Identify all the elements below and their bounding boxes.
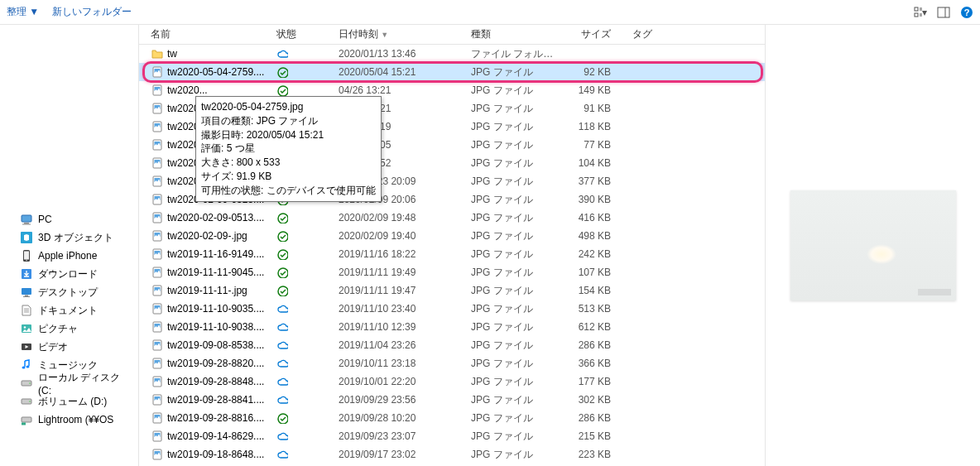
col-tag[interactable]: タグ <box>627 27 765 41</box>
file-size: 366 KB <box>565 358 627 369</box>
file-name: tw2019-09-28-8848.... <box>167 376 264 387</box>
phone-icon <box>20 249 33 262</box>
folder-icon <box>151 47 164 60</box>
table-row[interactable]: tw2019-09-14-8629.... 2019/09/23 23:07 J… <box>139 427 765 445</box>
nav-label: Lightroom (¥¥OS <box>38 414 113 425</box>
nav-item-video[interactable]: ビデオ <box>0 338 138 356</box>
nav-item-picture[interactable]: ピクチャ <box>0 319 138 338</box>
nav-item-netdisk[interactable]: Lightroom (¥¥OS <box>0 411 138 429</box>
table-row[interactable]: tw2019-11-10-9038.... 2019/11/10 12:39 J… <box>139 318 765 336</box>
table-row[interactable]: tw2019-09-08-8538.... 2019/11/04 23:26 J… <box>139 336 765 354</box>
file-type: JPG ファイル <box>466 393 565 407</box>
file-size: 286 KB <box>565 339 627 351</box>
nav-label: Apple iPhone <box>38 250 97 262</box>
file-name: tw2020-02-09-.jpg <box>167 230 247 242</box>
file-name: tw2020 <box>167 157 199 169</box>
preview-thumbnail <box>790 190 956 300</box>
table-row[interactable]: tw2019-11-10-9035.... 2019/11/10 23:40 J… <box>139 300 765 318</box>
status-cloud-icon <box>276 358 288 369</box>
table-row[interactable]: tw2019-09-28-8841.... 2019/09/29 23:56 J… <box>139 391 765 409</box>
preview-pane-icon[interactable] <box>937 6 950 19</box>
jpg-icon <box>151 120 164 133</box>
jpg-icon <box>151 266 164 279</box>
table-row[interactable]: tw 2020/01/13 13:46 ファイル フォルダー <box>139 45 765 63</box>
nav-item-pc[interactable]: PC <box>0 210 138 228</box>
desktop-icon <box>20 286 33 299</box>
jpg-icon <box>151 411 164 425</box>
file-date: 2020/02/09 19:48 <box>334 212 466 223</box>
nav-item-download[interactable]: ダウンロード <box>0 265 138 283</box>
table-row[interactable]: tw2019-09-18-8648.... 2019/09/17 23:02 J… <box>139 445 765 464</box>
file-type: JPG ファイル <box>466 320 565 334</box>
jpg-icon <box>151 193 164 206</box>
nav-tree: PC3D オブジェクトApple iPhoneダウンロードデスクトップドキュメン… <box>0 25 139 466</box>
file-type: JPG ファイル <box>466 411 565 425</box>
jpg-icon <box>151 339 164 352</box>
nav-item-disk[interactable]: ローカル ディスク (C: <box>0 374 138 392</box>
col-name[interactable]: 名前 <box>146 27 271 41</box>
file-name: tw2019-11-10-9038.... <box>167 321 264 333</box>
col-type[interactable]: 種類 <box>466 27 565 41</box>
jpg-icon <box>151 229 164 243</box>
file-date: 2019/11/10 23:40 <box>334 303 466 315</box>
table-row[interactable]: tw2020-02-09-0513.... 2020/02/09 19:48 J… <box>139 209 765 227</box>
table-row[interactable]: tw2019-09-28-8848.... 2019/10/01 22:20 J… <box>139 372 765 391</box>
file-date: 2019/09/28 10:20 <box>334 412 466 424</box>
file-list: 名前 状態 日付時刻 ▼ 種類 サイズ タグ tw 2020/01/13 13:… <box>139 25 765 466</box>
nav-item-phone[interactable]: Apple iPhone <box>0 247 138 265</box>
table-row[interactable]: tw2020-02-09-.jpg 2020/02/09 19:40 JPG フ… <box>139 227 765 245</box>
file-name: tw2019-11-10-9035.... <box>167 303 264 315</box>
nav-item-document[interactable]: ドキュメント <box>0 301 138 319</box>
col-size[interactable]: サイズ <box>565 27 627 41</box>
file-type: JPG ファイル <box>466 375 565 389</box>
jpg-icon <box>151 102 164 115</box>
jpg-icon <box>151 448 164 461</box>
view-icon[interactable]: ▾ <box>914 6 927 19</box>
file-date: 2019/11/11 19:47 <box>334 285 466 296</box>
nav-label: ドキュメント <box>38 304 98 318</box>
status-cloud-icon <box>276 321 288 333</box>
file-size: 107 KB <box>565 267 627 278</box>
file-name: tw2020 <box>167 139 199 151</box>
file-type: JPG ファイル <box>466 284 565 298</box>
file-type: JPG ファイル <box>466 84 565 98</box>
file-date: 2019/11/16 18:22 <box>334 248 466 260</box>
help-icon[interactable] <box>960 6 973 19</box>
jpg-icon <box>151 84 164 97</box>
table-row[interactable]: tw2019-11-11-9045.... 2019/11/11 19:49 J… <box>139 263 765 281</box>
file-type: JPG ファイル <box>466 102 565 116</box>
file-name: tw2019-11-11-.jpg <box>167 285 247 296</box>
jpg-icon <box>151 211 164 224</box>
file-date: 2019/11/04 23:26 <box>334 339 466 351</box>
file-type: JPG ファイル <box>466 211 565 225</box>
file-type: JPG ファイル <box>466 229 565 243</box>
nav-label: ビデオ <box>38 340 68 354</box>
file-size: 242 KB <box>565 248 627 260</box>
file-type: JPG ファイル <box>466 65 565 79</box>
status-cloud-icon <box>276 48 288 60</box>
table-row[interactable]: tw2019-11-16-9149.... 2019/11/16 18:22 J… <box>139 245 765 263</box>
table-row[interactable]: tw2020-05-04-2759.... 2020/05/04 15:21 J… <box>139 63 765 81</box>
table-row[interactable]: tw2019-09-28-8820.... 2019/10/11 23:18 J… <box>139 354 765 372</box>
column-headers[interactable]: 名前 状態 日付時刻 ▼ 種類 サイズ タグ <box>139 25 765 45</box>
document-icon <box>20 304 33 317</box>
nav-item-3d[interactable]: 3D オブジェクト <box>0 228 138 247</box>
music-icon <box>20 358 33 372</box>
file-name: tw2019-09-14-8629.... <box>167 430 264 442</box>
file-size: 104 KB <box>565 157 627 169</box>
new-folder-button[interactable]: 新しいフォルダー <box>52 5 132 19</box>
table-row[interactable]: tw2019-11-11-.jpg 2019/11/11 19:47 JPG フ… <box>139 281 765 300</box>
table-row[interactable]: tw2019-09-28-8816.... 2019/09/28 10:20 J… <box>139 409 765 427</box>
col-state[interactable]: 状態 <box>271 27 334 41</box>
file-name: tw2020-05-04-2759.... <box>167 66 264 78</box>
nav-label: PC <box>38 214 52 225</box>
file-size: 390 KB <box>565 194 627 205</box>
file-date: 2019/10/11 23:18 <box>334 358 466 369</box>
nav-item-desktop[interactable]: デスクトップ <box>0 283 138 301</box>
file-tooltip: tw2020-05-04-2759.jpg 項目の種類: JPG ファイル 撮影… <box>195 96 382 202</box>
col-date[interactable]: 日付時刻 ▼ <box>334 27 466 41</box>
file-date: 2019/09/17 23:02 <box>334 449 466 460</box>
download-icon <box>20 267 33 281</box>
file-name: tw2020 <box>167 121 199 132</box>
organize-button[interactable]: 整理 ▼ <box>7 5 39 19</box>
